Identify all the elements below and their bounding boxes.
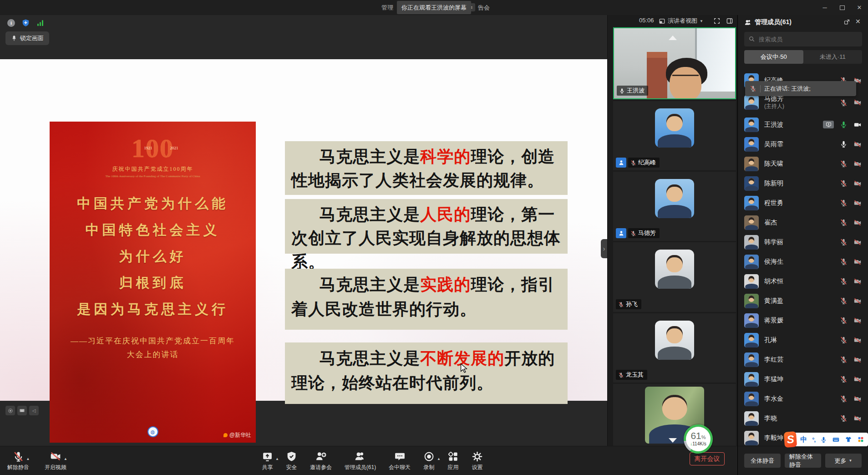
camera-status-icon[interactable] xyxy=(853,238,862,246)
camera-status-icon[interactable] xyxy=(853,258,862,266)
video-tile[interactable]: 马德芳 xyxy=(613,172,736,241)
camera-status-icon[interactable] xyxy=(853,356,862,364)
participant-row[interactable]: 李水金 xyxy=(738,389,868,409)
mic-status-icon[interactable] xyxy=(840,160,848,168)
sogou-logo-icon[interactable]: S xyxy=(784,431,797,448)
mic-status-icon[interactable] xyxy=(840,395,848,403)
mic-status-icon[interactable] xyxy=(840,199,848,207)
participant-row[interactable]: 李晓 xyxy=(738,409,868,428)
lock-screen-button[interactable]: 锁定画面 xyxy=(5,31,49,45)
tab-not-joined[interactable]: 未进入·11 xyxy=(803,50,863,64)
chat-button[interactable]: 会中聊天 xyxy=(389,449,411,471)
search-input[interactable] xyxy=(744,32,862,46)
settings-button[interactable]: 设置 xyxy=(472,449,483,471)
mic-status-icon[interactable] xyxy=(840,140,848,148)
invite-button[interactable]: 邀请参会 xyxy=(310,449,332,471)
mic-status-icon[interactable] xyxy=(840,297,848,305)
camera-status-icon[interactable] xyxy=(853,179,862,188)
participant-row[interactable]: 胡术恒 xyxy=(738,271,868,291)
panel-collapse-handle[interactable]: › xyxy=(601,239,607,258)
unmute-all-button[interactable]: 解除全体静音 xyxy=(785,454,821,468)
more-button[interactable]: 更多▼ xyxy=(825,454,862,468)
participant-row[interactable]: 陈天啸 xyxy=(738,154,868,174)
video-tile[interactable]: 龙玉其 xyxy=(613,313,736,383)
scroll-up-arrow[interactable] xyxy=(669,36,677,40)
chevron-up-icon[interactable]: ▲ xyxy=(26,457,30,461)
security-shield-icon[interactable] xyxy=(21,19,30,27)
camera-status-icon[interactable] xyxy=(853,219,862,227)
participant-row[interactable]: 侯海生 xyxy=(738,252,868,271)
video-tile-clipped[interactable] xyxy=(613,384,736,446)
chevron-up-icon[interactable]: ▲ xyxy=(275,457,279,461)
camera-status-icon[interactable] xyxy=(853,160,862,168)
camera-status-icon[interactable] xyxy=(853,277,862,286)
annotation-icon[interactable] xyxy=(5,406,15,415)
participant-row[interactable]: 黄满盈 xyxy=(738,291,868,311)
toolbox-icon[interactable] xyxy=(857,436,864,443)
participant-row[interactable]: 陈新明 xyxy=(738,174,868,193)
participant-row[interactable]: 韩学丽 xyxy=(738,232,868,252)
network-quality-badge[interactable]: 61% ↓114K/s xyxy=(684,424,713,454)
camera-status-icon[interactable] xyxy=(853,98,862,107)
share-screen-button[interactable]: ▲ 共享 xyxy=(262,449,273,471)
meeting-info-icon[interactable]: i xyxy=(7,19,15,27)
close-window-button[interactable]: ✕ xyxy=(851,0,868,15)
fullscreen-icon[interactable] xyxy=(713,17,721,25)
start-video-button[interactable]: ▲ 开启视频 xyxy=(45,449,66,471)
participant-row[interactable]: 王洪波 xyxy=(738,115,868,134)
collapse-left-icon[interactable]: ◁ xyxy=(29,406,39,415)
video-tile[interactable]: 纪高峰 xyxy=(613,101,736,170)
participant-row[interactable]: 吴雨霏 xyxy=(738,134,868,154)
mic-status-icon[interactable] xyxy=(840,336,848,344)
mic-status-icon[interactable] xyxy=(840,99,848,107)
mute-all-button[interactable]: 全体静音 xyxy=(744,454,781,468)
mic-status-icon[interactable] xyxy=(840,258,848,266)
camera-status-icon[interactable] xyxy=(853,317,862,325)
minimize-button[interactable]: ─ xyxy=(816,0,833,15)
mic-status-icon[interactable] xyxy=(840,121,848,128)
camera-status-icon[interactable] xyxy=(853,395,862,403)
participant-row[interactable]: 崔杰 xyxy=(738,213,868,232)
mic-status-icon[interactable] xyxy=(840,219,848,226)
participant-row[interactable]: 孔琳 xyxy=(738,330,868,350)
camera-status-icon[interactable] xyxy=(853,199,862,207)
chevron-up-icon[interactable]: ▲ xyxy=(64,457,67,461)
apps-button[interactable]: 应用 xyxy=(447,449,459,471)
camera-status-icon[interactable] xyxy=(853,297,862,305)
camera-status-icon[interactable] xyxy=(853,121,862,129)
skin-icon[interactable] xyxy=(845,436,852,443)
camera-status-icon[interactable] xyxy=(853,140,862,148)
participant-row[interactable]: 蒋景媛 xyxy=(738,311,868,330)
participant-row[interactable]: 程世勇 xyxy=(738,193,868,213)
leave-meeting-button[interactable]: 离开会议 xyxy=(690,452,725,465)
mic-status-icon[interactable] xyxy=(840,317,848,324)
scroll-down-arrow[interactable] xyxy=(669,438,677,443)
mic-status-icon[interactable] xyxy=(840,414,848,422)
manage-members-button[interactable]: 管理成员(61) xyxy=(345,449,376,471)
punctuation-icon[interactable]: °, xyxy=(812,436,815,443)
close-panel-icon[interactable]: ✕ xyxy=(855,18,861,25)
pop-out-icon[interactable] xyxy=(843,19,850,26)
layout-toggle-icon[interactable] xyxy=(726,17,733,25)
voice-input-icon[interactable] xyxy=(820,436,827,443)
unmute-button[interactable]: ▲ 解除静音 xyxy=(7,449,29,471)
chevron-up-icon[interactable]: ▲ xyxy=(437,457,441,461)
network-signal-icon[interactable] xyxy=(36,19,44,27)
camera-status-icon[interactable] xyxy=(853,414,862,423)
camera-status-icon[interactable] xyxy=(853,336,862,344)
tab-in-meeting[interactable]: 会议中·50 xyxy=(744,50,803,64)
chinese-mode-icon[interactable]: 中 xyxy=(800,435,807,444)
security-button[interactable]: 安全 xyxy=(286,449,297,471)
mic-status-icon[interactable] xyxy=(840,277,848,285)
record-button[interactable]: ▲ 录制 xyxy=(423,449,435,471)
mic-status-icon[interactable] xyxy=(840,179,848,187)
keyboard-icon[interactable] xyxy=(17,406,27,415)
camera-status-icon[interactable] xyxy=(853,375,862,383)
mic-status-icon[interactable] xyxy=(840,375,848,383)
mic-status-icon[interactable] xyxy=(840,356,848,363)
participant-row[interactable]: 李红芸 xyxy=(738,350,868,369)
view-mode-selector[interactable]: 演讲者视图 ▼ xyxy=(659,17,703,25)
soft-keyboard-icon[interactable] xyxy=(832,436,840,444)
mic-status-icon[interactable] xyxy=(840,238,848,246)
participant-row[interactable]: 李猛坤 xyxy=(738,369,868,389)
